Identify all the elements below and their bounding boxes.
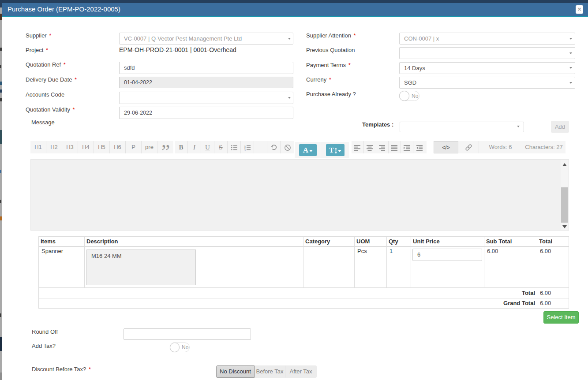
svg-text:3: 3 — [244, 149, 246, 151]
